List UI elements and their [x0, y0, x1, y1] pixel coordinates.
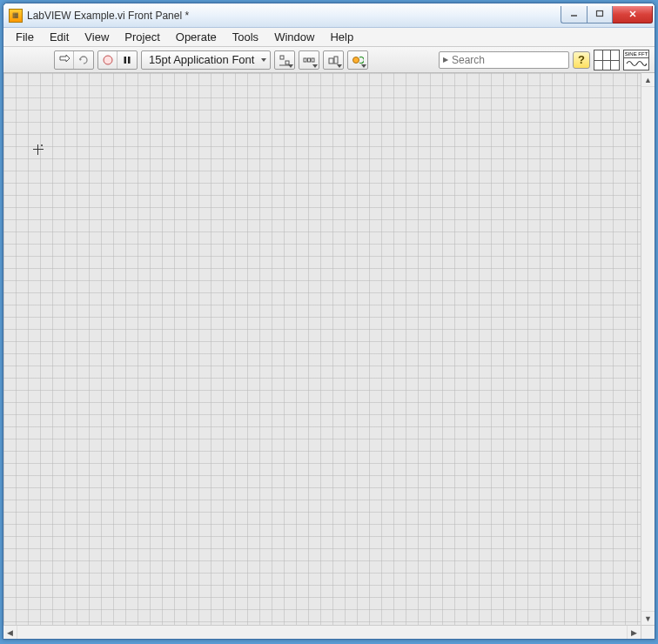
chevron-down-icon [361, 64, 366, 68]
run-continuous-icon [77, 54, 90, 66]
window-title: LabVIEW Example.vi Front Panel * [27, 10, 189, 22]
chevron-down-icon [288, 64, 293, 68]
vi-icon-label: SINE FFT [624, 50, 648, 58]
chevron-down-icon [312, 64, 318, 68]
run-continuous-button[interactable] [74, 51, 93, 69]
run-button[interactable] [55, 51, 74, 69]
svg-rect-12 [312, 58, 314, 62]
font-selector[interactable]: 15pt Application Font [141, 50, 271, 70]
maximize-icon [595, 10, 604, 18]
app-window: ▦ LabVIEW Example.vi Front Panel * File … [3, 3, 655, 640]
horizontal-scrollbar[interactable]: ◀ ▶ [3, 625, 641, 639]
resize-objects-button[interactable] [324, 51, 343, 69]
svg-rect-13 [329, 58, 333, 64]
menu-help[interactable]: Help [323, 29, 360, 45]
scroll-down-button[interactable]: ▼ [641, 611, 655, 625]
scroll-up-button[interactable]: ▲ [641, 73, 655, 87]
reorder-group [347, 50, 368, 70]
menu-operate[interactable]: Operate [169, 29, 224, 45]
menu-project[interactable]: Project [118, 29, 166, 45]
search-play-icon: ▶ [443, 56, 448, 64]
vi-icon[interactable]: SINE FFT [623, 50, 649, 70]
align-button[interactable] [275, 51, 294, 69]
menubar: File Edit View Project Operate Tools Win… [3, 28, 655, 47]
svg-point-15 [353, 57, 359, 63]
chevron-down-icon [337, 64, 342, 68]
font-label: 15pt Application Font [149, 53, 254, 66]
chevron-down-icon [261, 58, 266, 62]
menu-edit[interactable]: Edit [43, 29, 76, 45]
distribute-group [299, 50, 319, 70]
pause-button[interactable] [118, 51, 137, 69]
app-icon: ▦ [9, 9, 23, 23]
scroll-corner [641, 625, 655, 639]
svg-rect-6 [128, 57, 131, 64]
scroll-left-button[interactable]: ◀ [3, 626, 17, 639]
search-box[interactable]: ▶ [439, 51, 569, 69]
distribute-button[interactable] [299, 51, 319, 69]
svg-rect-7 [280, 56, 284, 59]
window-controls [561, 6, 653, 23]
run-group [54, 50, 94, 70]
connector-pane[interactable] [594, 50, 620, 70]
svg-rect-10 [304, 58, 306, 62]
run-arrow-icon [58, 54, 70, 66]
close-button[interactable] [613, 6, 653, 23]
menu-tools[interactable]: Tools [225, 29, 265, 45]
search-input[interactable] [452, 54, 582, 66]
svg-rect-14 [334, 57, 338, 64]
abort-button[interactable] [98, 51, 118, 69]
crosshair-cursor-icon [33, 144, 44, 155]
svg-rect-5 [124, 57, 127, 64]
sine-wave-icon [624, 58, 648, 70]
abort-pause-group [97, 50, 138, 70]
pause-icon [121, 54, 133, 66]
menu-view[interactable]: View [77, 29, 116, 45]
help-icon: ? [578, 53, 585, 66]
close-icon [628, 10, 637, 18]
front-panel-area: ▲ ▼ ◀ ▶ [3, 73, 655, 639]
svg-rect-1 [597, 11, 603, 17]
menu-file[interactable]: File [9, 29, 41, 45]
align-group [274, 50, 295, 70]
svg-point-4 [104, 56, 112, 64]
minimize-icon [570, 10, 579, 18]
resize-group [323, 50, 344, 70]
menu-window[interactable]: Window [267, 29, 321, 45]
abort-icon [102, 54, 114, 66]
svg-rect-11 [308, 58, 311, 62]
titlebar[interactable]: ▦ LabVIEW Example.vi Front Panel * [3, 3, 655, 28]
toolbar: 15pt Application Font [3, 47, 655, 73]
help-button[interactable]: ? [573, 51, 590, 69]
scroll-right-button[interactable]: ▶ [627, 626, 641, 639]
reorder-button[interactable] [348, 51, 367, 69]
minimize-button[interactable] [561, 6, 587, 23]
front-panel-canvas[interactable] [3, 73, 641, 625]
maximize-button[interactable] [587, 6, 613, 23]
vertical-scrollbar[interactable]: ▲ ▼ [641, 73, 655, 625]
